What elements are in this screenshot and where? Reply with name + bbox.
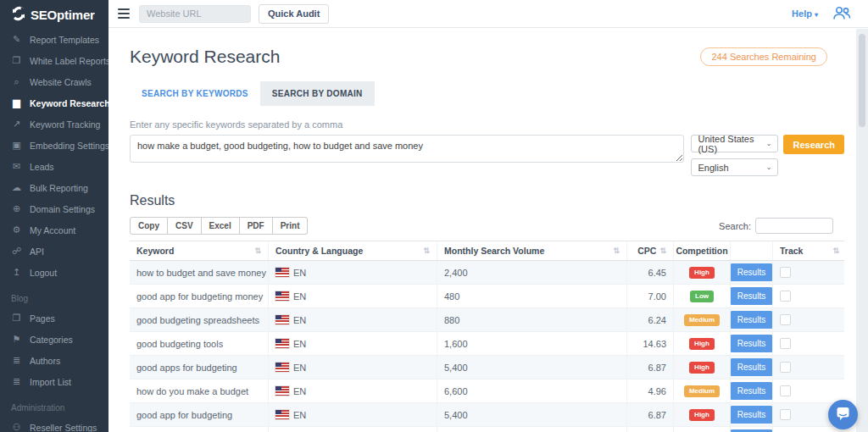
research-button[interactable]: Research <box>783 135 844 154</box>
export-csv-button[interactable]: CSV <box>168 217 202 235</box>
keyword-text: good budgeting spreadsheets <box>136 315 259 325</box>
track-checkbox[interactable] <box>780 385 791 396</box>
sidebar-item-bulk-reporting[interactable]: ☁Bulk Reporting <box>0 177 108 198</box>
column-header-cpc[interactable]: CPC⇅ <box>627 241 674 260</box>
sidebar-item-report-templates[interactable]: ✎Report Templates <box>0 29 108 50</box>
competition-cell: High <box>674 356 731 379</box>
track-cell <box>773 356 844 379</box>
results-cell: Results <box>731 261 773 284</box>
country-language-cell: EN <box>269 332 437 355</box>
api-icon: ☍ <box>11 246 22 257</box>
competition-badge: High <box>689 338 715 350</box>
export-pdf-button[interactable]: PDF <box>240 217 273 235</box>
keyword-cell: good budgeting spreadsheets <box>130 308 269 331</box>
track-checkbox[interactable] <box>780 338 791 349</box>
search-volume-cell: 480 <box>437 285 627 307</box>
export-buttons: CopyCSVExcelPDFPrint <box>130 217 308 235</box>
table-row: good budgeting toolsEN1,60014.63HighResu… <box>130 332 844 356</box>
search-volume-cell: 5,400 <box>437 403 627 426</box>
sidebar-item-website-crawls[interactable]: ⌕Website Crawls <box>0 71 108 92</box>
keyword-cell: good budgeting <box>130 427 269 432</box>
export-print-button[interactable]: Print <box>273 217 309 235</box>
language-code: EN <box>293 410 306 420</box>
competition-cell: High <box>674 261 731 284</box>
results-button[interactable]: Results <box>731 358 773 376</box>
sidebar-item-categories[interactable]: ⚑Categories <box>0 329 108 350</box>
export-excel-button[interactable]: Excel <box>202 217 240 235</box>
scrollbar-thumb[interactable] <box>859 34 865 127</box>
us-flag-icon <box>275 363 289 372</box>
sidebar-item-import-list[interactable]: ≣Import List <box>0 371 108 392</box>
track-checkbox[interactable] <box>780 314 791 325</box>
country-select[interactable]: United States (US)⌄ <box>691 135 778 152</box>
column-header-keyword[interactable]: Keyword⇅ <box>130 241 269 260</box>
website-url-input[interactable] <box>139 5 251 23</box>
results-button[interactable]: Results <box>731 335 773 352</box>
cpc-value: 6.87 <box>648 410 666 420</box>
sidebar-item-domain-settings[interactable]: ⊕Domain Settings <box>0 198 108 219</box>
sidebar-item-api[interactable]: ☍API <box>0 241 108 262</box>
track-checkbox[interactable] <box>780 362 791 373</box>
table-row: good app for budgeting moneyEN4807.00Low… <box>130 285 844 308</box>
column-header-country-language[interactable]: Country & Language⇅ <box>269 241 437 260</box>
sidebar-item-label: Domain Settings <box>30 204 95 214</box>
track-checkbox[interactable] <box>780 291 791 302</box>
results-button[interactable]: Results <box>731 406 773 424</box>
sidebar-item-pages[interactable]: ❐Pages <box>0 307 108 329</box>
sidebar: SEOptimer ✎Report Templates❐White Label … <box>0 0 108 432</box>
search-volume-value: 480 <box>444 291 459 302</box>
sidebar-item-label: My Account <box>30 225 75 235</box>
results-button[interactable]: Results <box>731 263 773 281</box>
track-checkbox[interactable] <box>780 409 791 420</box>
sidebar-item-embedding-settings[interactable]: ▣Embedding Settings <box>0 135 108 156</box>
competition-badge: Low <box>690 291 714 302</box>
column-header-track[interactable]: Track⇅ <box>773 241 844 260</box>
sidebar-item-my-account[interactable]: ⚙My Account <box>0 219 108 241</box>
topbar-right: Help ▾ <box>792 6 860 22</box>
language-select[interactable]: English⌄ <box>691 158 778 176</box>
keyword-text: good apps for budgeting <box>136 363 237 373</box>
cpc-value: 7.00 <box>648 291 666 302</box>
results-cell: Results <box>731 403 773 426</box>
chat-button[interactable] <box>828 400 858 429</box>
sidebar-item-label: Logout <box>30 268 57 278</box>
column-header-label: Competition <box>676 246 727 256</box>
sidebar-item-white-label-reports[interactable]: ❐White Label Reports <box>0 50 108 71</box>
results-button[interactable]: Results <box>731 311 773 329</box>
report-templates-icon: ✎ <box>11 34 22 45</box>
track-checkbox[interactable] <box>780 267 791 278</box>
tab-search-by-domain[interactable]: SEARCH BY DOMAIN <box>260 81 375 106</box>
keyword-text: good app for budgeting money <box>136 291 263 302</box>
keywords-textarea[interactable]: how make a budget, good budgeting, how t… <box>130 135 684 163</box>
users-icon[interactable] <box>832 6 852 22</box>
track-cell <box>773 379 844 402</box>
sidebar-item-label: Report Templates <box>30 35 99 45</box>
sidebar-item-authors[interactable]: ≣Authors <box>0 350 108 371</box>
table-row: how to budget and save moneyEN2,4006.45H… <box>130 261 844 285</box>
hamburger-menu-icon[interactable] <box>116 7 131 20</box>
table-row: good budgeting spreadsheetsEN8806.24Medi… <box>130 308 844 332</box>
page-title: Keyword Research <box>130 47 280 67</box>
keyword-text: good budgeting tools <box>136 339 223 349</box>
sidebar-item-logout[interactable]: ↥Logout <box>0 262 108 283</box>
column-header-label: Monthly Search Volume <box>444 246 544 256</box>
sidebar-item-reseller-settings[interactable]: ⚇Reseller Settings <box>0 417 108 432</box>
sidebar-item-leads[interactable]: ✉Leads <box>0 156 108 177</box>
export-copy-button[interactable]: Copy <box>130 217 168 235</box>
column-header-monthly-search-volume[interactable]: Monthly Search Volume⇅ <box>437 241 627 260</box>
seoptimer-logo-icon <box>11 6 26 23</box>
sidebar-item-keyword-research[interactable]: ▆Keyword Research <box>0 92 108 114</box>
logo[interactable]: SEOptimer <box>0 0 108 29</box>
results-button[interactable]: Results <box>731 287 773 305</box>
sidebar-item-keyword-tracking[interactable]: ↗Keyword Tracking <box>0 114 108 135</box>
cpc-cell: 6.45 <box>627 261 674 284</box>
logout-icon: ↥ <box>11 267 22 278</box>
tab-search-by-keywords[interactable]: SEARCH BY KEYWORDS <box>130 81 260 106</box>
table-search-input[interactable] <box>755 218 833 234</box>
country-language-cell: EN <box>269 261 437 284</box>
help-menu[interactable]: Help ▾ <box>792 8 818 19</box>
results-button[interactable]: Results <box>731 382 773 400</box>
cpc-cell: 6.87 <box>627 403 674 426</box>
quick-audit-button[interactable]: Quick Audit <box>259 4 329 24</box>
track-cell <box>773 261 844 284</box>
